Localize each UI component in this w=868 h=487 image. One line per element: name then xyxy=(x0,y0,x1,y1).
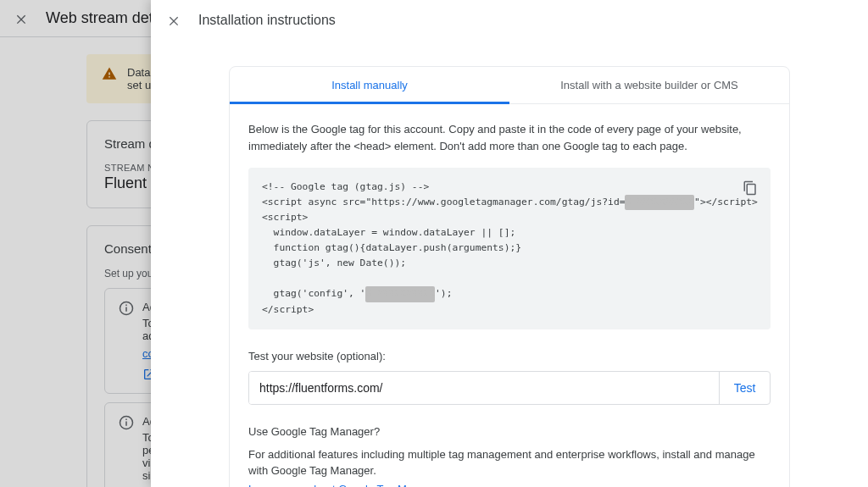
code-l2a: <script async src="https://www.googletag… xyxy=(262,196,625,208)
code-l5: function gtag(){dataLayer.push(arguments… xyxy=(262,242,521,253)
code-l8a: gtag('config', ' xyxy=(262,288,365,299)
test-heading: Test your website (optional): xyxy=(248,350,771,362)
test-button[interactable]: Test xyxy=(719,372,770,404)
tab-install-cms[interactable]: Install with a website builder or CMS xyxy=(509,67,789,103)
code-l8b: '); xyxy=(435,288,452,299)
redacted-id: G-XXXXXXXXXX xyxy=(625,195,694,210)
modal-header: Installation instructions xyxy=(151,0,868,41)
copy-icon[interactable] xyxy=(738,176,762,200)
code-l9: </script> xyxy=(262,304,314,315)
test-website-row: Test xyxy=(248,371,771,405)
modal-title: Installation instructions xyxy=(198,13,336,28)
intro-text: Below is the Google tag for this account… xyxy=(248,121,771,154)
close-icon[interactable] xyxy=(166,13,181,28)
code-l3: <script> xyxy=(262,212,308,223)
installation-modal: Installation instructions Install manual… xyxy=(151,0,868,487)
redacted-id: G-XXXXXXXXXX xyxy=(365,286,435,302)
code-l4: window.dataLayer = window.dataLayer || [… xyxy=(262,227,515,238)
gtm-learn-more-link[interactable]: Learn more about Google Tag Manager xyxy=(248,483,771,487)
tab-install-manually[interactable]: Install manually xyxy=(230,67,509,103)
test-url-input[interactable] xyxy=(249,372,719,404)
instructions-panel: Install manually Install with a website … xyxy=(229,66,790,487)
gtm-heading: Use Google Tag Manager? xyxy=(248,425,771,438)
tabs: Install manually Install with a website … xyxy=(230,67,789,104)
code-snippet[interactable]: <!-- Google tag (gtag.js) --> <script as… xyxy=(248,168,771,329)
code-l6: gtag('js', new Date()); xyxy=(262,257,406,268)
gtm-body: For additional features including multip… xyxy=(248,446,771,479)
code-l1: <!-- Google tag (gtag.js) --> xyxy=(262,181,429,192)
